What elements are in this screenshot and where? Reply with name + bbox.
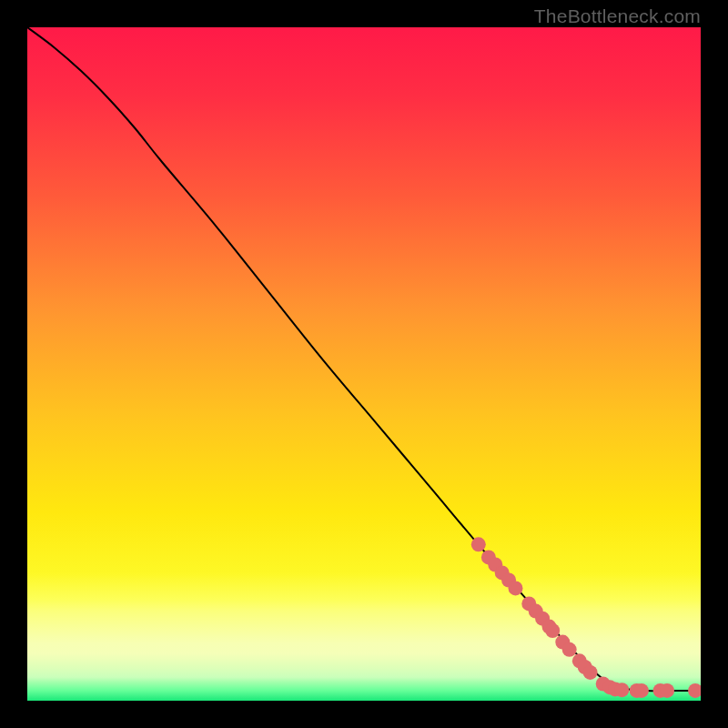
marker-dot bbox=[471, 537, 486, 551]
marker-dot bbox=[634, 683, 649, 698]
marker-dot bbox=[583, 665, 598, 680]
curve-line bbox=[27, 27, 701, 691]
marker-dot bbox=[688, 683, 701, 698]
marker-dot bbox=[660, 683, 674, 698]
attribution-text: TheBottleneck.com bbox=[534, 5, 701, 27]
chart-frame: TheBottleneck.com bbox=[0, 0, 728, 728]
marker-group bbox=[471, 537, 701, 698]
curve-layer bbox=[27, 27, 701, 701]
marker-dot bbox=[562, 642, 577, 657]
marker-dot bbox=[509, 581, 523, 595]
marker-dot bbox=[614, 682, 629, 697]
plot-area bbox=[27, 27, 701, 701]
marker-dot bbox=[545, 623, 560, 638]
